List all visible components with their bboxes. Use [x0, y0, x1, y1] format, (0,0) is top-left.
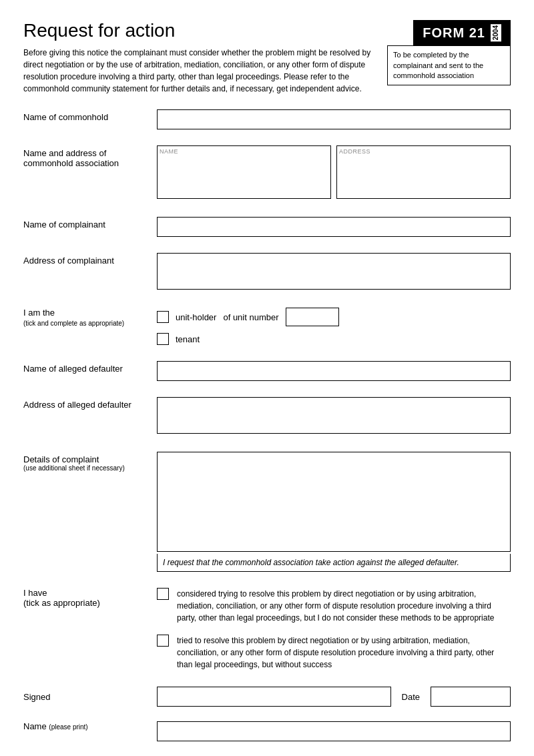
address-of-complainant-input[interactable] [157, 253, 511, 290]
name-of-defaulter-label: Name of alleged defaulter [23, 361, 157, 374]
name-address-association-label: Name and address of commonhold associati… [23, 145, 157, 168]
i-am-the-section: I am the (tick and complete as appropria… [23, 302, 511, 345]
page-title: Request for action [23, 20, 374, 41]
i-am-the-label-block: I am the (tick and complete as appropria… [23, 308, 157, 328]
name-of-commonhold-input[interactable] [157, 109, 511, 129]
name-of-complainant-section: Name of complainant [23, 212, 511, 237]
association-name-box: NAME [157, 145, 331, 201]
name-of-complainant-input[interactable] [157, 217, 511, 237]
address-of-complainant-input-wrapper [157, 253, 511, 292]
intro-text: Before giving this notice the complainan… [23, 47, 374, 95]
details-of-complaint-input[interactable] [157, 452, 511, 552]
i-am-the-options: unit-holder of unit number tenant [157, 308, 511, 345]
signed-section: Signed Date [23, 681, 511, 707]
i-have-options: considered trying to resolve this proble… [157, 588, 511, 671]
tenant-label: tenant [176, 334, 200, 344]
i-have-checkbox-1[interactable] [157, 588, 169, 600]
name-of-commonhold-input-wrapper [157, 109, 511, 129]
side-note: To be completed by the complainant and s… [387, 45, 511, 85]
unit-holder-row: unit-holder of unit number [157, 308, 511, 326]
association-address-input[interactable] [336, 145, 511, 199]
i-have-sub-label: (tick as appropriate) [23, 598, 100, 608]
details-of-complaint-sub-label: (use additional sheet if necessary) [23, 464, 157, 472]
name-of-defaulter-input-wrapper [157, 361, 511, 381]
i-have-option-1: considered trying to resolve this proble… [157, 588, 511, 624]
i-am-the-main-label: I am the [23, 308, 55, 318]
name-of-defaulter-input[interactable] [157, 361, 511, 381]
association-address-box: ADDRESS [336, 145, 511, 201]
address-of-defaulter-input-wrapper [157, 397, 511, 436]
name-of-commonhold-section: Name of commonhold [23, 104, 511, 129]
i-have-checkbox-2[interactable] [157, 635, 169, 647]
form-badge-year: 2004 [491, 24, 501, 41]
address-of-defaulter-section: Address of alleged defaulter [23, 392, 511, 436]
details-of-complaint-main-label: Details of complaint [23, 454, 99, 464]
name-print-sub-label: (please print) [49, 723, 87, 731]
name-print-main-label: Name [23, 721, 47, 731]
tenant-row: tenant [157, 333, 511, 345]
form-badge: FORM 21 2004 [413, 20, 511, 45]
i-have-label-block: I have (tick as appropriate) [23, 588, 157, 608]
i-have-option-2: tried to resolve this problem by direct … [157, 635, 511, 671]
address-of-complainant-section: Address of complainant [23, 248, 511, 292]
name-print-input[interactable] [157, 721, 511, 741]
unit-number-input[interactable] [286, 308, 339, 326]
i-have-option-2-text: tried to resolve this problem by direct … [177, 635, 511, 671]
i-have-main-label: I have [23, 588, 47, 598]
address-of-complainant-label: Address of complainant [23, 253, 157, 266]
unit-holder-checkbox[interactable] [157, 311, 169, 323]
details-of-complaint-section: Details of complaint (use additional she… [23, 446, 511, 572]
of-unit-number-label: of unit number [223, 312, 278, 322]
association-name-input[interactable] [157, 145, 331, 199]
unit-holder-label: unit-holder [176, 312, 216, 322]
form-badge-title: FORM 21 [423, 25, 485, 41]
address-of-defaulter-input[interactable] [157, 397, 511, 434]
tenant-checkbox[interactable] [157, 333, 169, 345]
i-have-section: I have (tick as appropriate) considered … [23, 583, 511, 671]
name-print-section: Name (please print) [23, 716, 511, 741]
signed-input[interactable] [157, 687, 391, 707]
name-of-complainant-label: Name of complainant [23, 217, 157, 230]
name-of-complainant-input-wrapper [157, 217, 511, 237]
signed-label: Signed [23, 692, 157, 702]
i-have-option-1-text: considered trying to resolve this proble… [177, 588, 511, 624]
date-label: Date [402, 692, 420, 702]
address-of-defaulter-label: Address of alleged defaulter [23, 397, 157, 410]
name-of-defaulter-section: Name of alleged defaulter [23, 356, 511, 381]
name-print-input-wrapper [157, 721, 511, 741]
name-print-label-block: Name (please print) [23, 721, 157, 731]
signed-fields: Date [157, 687, 511, 707]
name-of-commonhold-label: Name of commonhold [23, 109, 157, 122]
date-input[interactable] [431, 687, 511, 707]
details-of-complaint-input-wrapper: I request that the commonhold associatio… [157, 452, 511, 572]
i-am-the-sub-label: (tick and complete as appropriate) [23, 320, 124, 327]
details-of-complaint-label-block: Details of complaint (use additional she… [23, 452, 157, 472]
name-address-association-section: Name and address of commonhold associati… [23, 140, 511, 201]
request-text: I request that the commonhold associatio… [157, 554, 511, 572]
name-address-inputs: NAME ADDRESS [157, 145, 511, 201]
